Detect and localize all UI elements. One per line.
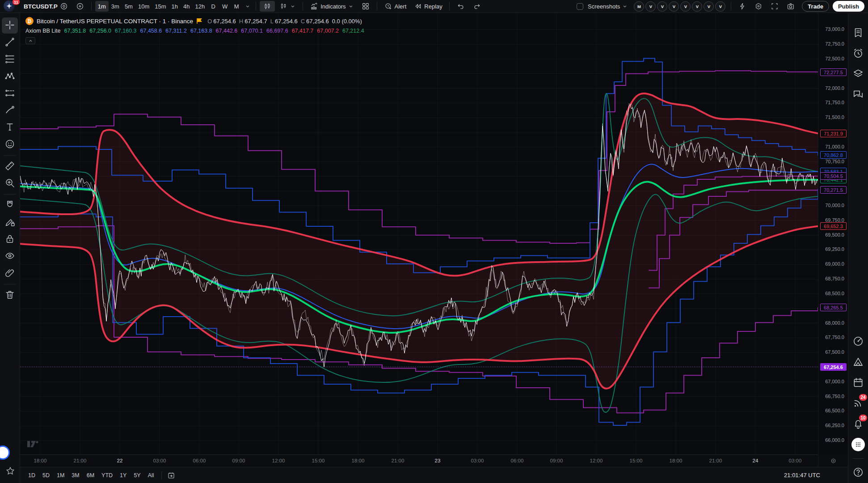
trend-line-tool[interactable]: [2, 34, 18, 51]
xabcd-icon: [4, 71, 15, 83]
avatar-3[interactable]: V: [657, 1, 667, 12]
flag-icon[interactable]: [196, 17, 203, 25]
range-3m[interactable]: 3M: [68, 470, 83, 481]
timeframe-1h[interactable]: 1h: [169, 1, 181, 12]
text-tool[interactable]: [2, 119, 18, 136]
timeframe-15m[interactable]: 15m: [152, 1, 169, 12]
chat-panel[interactable]: [850, 85, 867, 105]
chart-settings-button[interactable]: [751, 1, 766, 12]
zoom-in-tool[interactable]: [2, 175, 18, 191]
timeframe-3m[interactable]: 3m: [109, 1, 122, 12]
change-value: 0.0 (0.00%): [332, 18, 362, 25]
avatar-5[interactable]: V: [680, 1, 691, 12]
chart-canvas[interactable]: [20, 13, 818, 454]
publish-button[interactable]: Publish: [833, 1, 864, 12]
price-axis-settings[interactable]: [818, 454, 848, 467]
timeframe-4h[interactable]: 4h: [181, 1, 192, 12]
avatar-8[interactable]: V: [715, 1, 725, 12]
candle-style-button[interactable]: [260, 1, 275, 12]
layout-grid-button[interactable]: [358, 1, 373, 12]
range-1m[interactable]: 1M: [53, 470, 68, 481]
go-to-date-button[interactable]: [165, 470, 177, 481]
create-alert-button[interactable]: Alert: [381, 1, 410, 12]
range-6m[interactable]: 6M: [83, 470, 98, 481]
price-axis[interactable]: 73,000.072,750.072,500.072,000.071,750.0…: [818, 13, 848, 454]
chevron-down-icon: [290, 3, 296, 9]
indicators-button[interactable]: Indicators: [307, 1, 357, 12]
magnet-mode[interactable]: [2, 197, 18, 213]
favorites-star-icon[interactable]: [0, 466, 20, 476]
indicator-value: 67,311.2: [165, 28, 187, 34]
remove-drawings[interactable]: [2, 287, 18, 303]
measure-tool[interactable]: [2, 158, 18, 174]
indicator-name[interactable]: Axiom BB Lite: [25, 28, 61, 34]
fullscreen-button[interactable]: [767, 1, 782, 12]
emoji-tool[interactable]: [2, 136, 18, 153]
timeframe-1m[interactable]: 1m: [95, 1, 109, 12]
range-1d[interactable]: 1D: [25, 470, 39, 481]
symbol-title[interactable]: Bitcoin / TetherUS PERPETUAL CONTRACT · …: [37, 18, 193, 25]
chart-area[interactable]: ₿ Bitcoin / TetherUS PERPETUAL CONTRACT …: [20, 13, 818, 454]
timeframe-10m[interactable]: 10m: [135, 1, 152, 12]
watchlist-panel[interactable]: [850, 23, 867, 43]
avatar-7[interactable]: V: [704, 1, 714, 12]
calendar-icon: [852, 377, 864, 390]
quick-actions-button[interactable]: [735, 1, 750, 12]
account-fab[interactable]: [0, 445, 10, 460]
range-ytd[interactable]: YTD: [98, 470, 116, 481]
candle-style-menu-button[interactable]: [276, 1, 299, 12]
alerts-panel[interactable]: [850, 43, 867, 64]
range-5y[interactable]: 5Y: [130, 470, 144, 481]
undo-button[interactable]: [453, 1, 468, 12]
add-symbol-button[interactable]: [72, 1, 88, 12]
object-tree-link[interactable]: [2, 265, 18, 281]
fib-retracement-tool[interactable]: [2, 51, 18, 68]
redo-button[interactable]: [469, 1, 485, 12]
symbol-legend-row[interactable]: ₿ Bitcoin / TetherUS PERPETUAL CONTRACT …: [25, 17, 364, 25]
tradingview-logo[interactable]: 11: [4, 0, 17, 12]
session-clock[interactable]: 21:01:47 UTC: [784, 472, 843, 479]
symbol-search-button[interactable]: BTCUSDT.P: [21, 1, 72, 12]
lock-all-drawings[interactable]: [2, 231, 18, 247]
range-5d[interactable]: 5D: [39, 470, 53, 481]
screener-panel[interactable]: [850, 331, 867, 352]
timeframe-M[interactable]: M: [231, 1, 242, 12]
stay-in-drawing-mode[interactable]: [2, 214, 18, 230]
hide-all-drawings[interactable]: [2, 248, 18, 264]
avatar-4[interactable]: V: [669, 1, 679, 12]
timeframe-W[interactable]: W: [219, 1, 231, 12]
ideas-panel[interactable]: [850, 352, 867, 373]
streams-panel-count-badge: 24: [859, 394, 867, 401]
screenshots-toggle[interactable]: Screenshots: [573, 1, 631, 12]
crosshair-tool[interactable]: [2, 17, 18, 34]
indicator-legend-row[interactable]: Axiom BB Lite 67,351.867,256.067,160.367…: [25, 28, 364, 34]
avatar-2[interactable]: V: [645, 1, 656, 12]
range-1y[interactable]: 1Y: [116, 470, 130, 481]
timeframe-D[interactable]: D: [207, 1, 219, 12]
brush-tool[interactable]: [2, 102, 18, 119]
snapshot-button[interactable]: [783, 1, 798, 12]
range-all[interactable]: All: [144, 470, 158, 481]
replay-button[interactable]: Replay: [410, 1, 445, 12]
avatar-6[interactable]: V: [692, 1, 702, 12]
help-button[interactable]: [850, 462, 867, 483]
bitcoin-icon: ₿: [25, 17, 34, 25]
timeframe-12h[interactable]: 12h: [192, 1, 207, 12]
ideas-icon: [852, 356, 864, 369]
trade-button[interactable]: Trade: [802, 1, 829, 12]
apps-menu-button[interactable]: [850, 434, 867, 455]
timeframe-menu-button[interactable]: [243, 1, 252, 12]
avatar-1[interactable]: M: [634, 1, 644, 12]
streams-panel[interactable]: 24: [850, 393, 867, 414]
notifications-panel[interactable]: 10: [850, 414, 867, 434]
time-axis[interactable]: 18:0021:002203:0006:0009:0012:0015:0018:…: [20, 454, 818, 467]
forecast-tool[interactable]: [2, 85, 18, 102]
time-tick: 21:00: [706, 458, 725, 463]
calendar-panel[interactable]: [850, 373, 867, 393]
timeframe-5m[interactable]: 5m: [122, 1, 135, 12]
object-tree-panel[interactable]: [850, 64, 867, 85]
legend-collapse-button[interactable]: [25, 37, 35, 44]
screenshots-checkbox[interactable]: [577, 3, 583, 10]
pattern-tool[interactable]: [2, 68, 18, 85]
eye-icon: [4, 250, 15, 263]
